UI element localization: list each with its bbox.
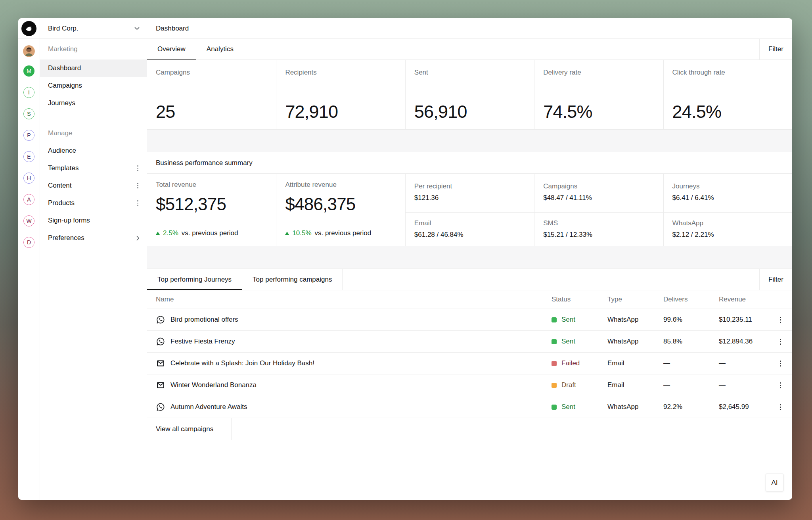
card-value: $512,375 bbox=[156, 194, 267, 214]
kebab-menu-icon[interactable] bbox=[136, 199, 140, 207]
sidebar-item-dashboard[interactable]: Dashboard bbox=[40, 59, 147, 77]
row-kebab-menu[interactable] bbox=[777, 403, 783, 412]
sidebar-item-preferences[interactable]: Preferences bbox=[40, 229, 147, 247]
metric-email: Email $61.28 / 46.84% bbox=[405, 212, 534, 246]
row-kebab-menu[interactable] bbox=[777, 359, 783, 368]
sidebar-item-products[interactable]: Products bbox=[40, 194, 147, 212]
rail-badge-a[interactable]: A bbox=[23, 194, 34, 205]
metric-value: $15.21 / 12.33% bbox=[543, 231, 654, 239]
sidebar-item-audience[interactable]: Audience bbox=[40, 142, 147, 159]
sidebar-item-content[interactable]: Content bbox=[40, 177, 147, 194]
stat-sent: Sent 56,910 bbox=[405, 60, 534, 129]
status-text: Failed bbox=[561, 359, 580, 367]
delta-percent: 10.5% bbox=[292, 229, 311, 237]
sidebar-item-campaigns[interactable]: Campaigns bbox=[40, 77, 147, 94]
table-row[interactable]: Bird promotional offers Sent WhatsApp 99… bbox=[147, 309, 792, 331]
status-badge: Failed bbox=[552, 359, 607, 367]
rail-badge-e[interactable]: E bbox=[23, 151, 34, 162]
tab-overview[interactable]: Overview bbox=[147, 39, 196, 59]
tab-analytics[interactable]: Analytics bbox=[196, 39, 244, 59]
row-delivers: 85.8% bbox=[663, 338, 719, 345]
metric-per-recipient: Per recipient $121.36 bbox=[405, 174, 534, 212]
status-dot bbox=[552, 317, 557, 322]
metric-campaigns: Campaigns $48.47 / 41.11% bbox=[534, 174, 663, 212]
metric-label: Campaigns bbox=[543, 182, 654, 190]
metric-label: Email bbox=[414, 219, 525, 227]
row-delivers: — bbox=[663, 359, 719, 367]
table-row[interactable]: Winter Wonderland Bonanza Draft Email — … bbox=[147, 374, 792, 396]
kpi-stats: Campaigns 25 Recipients 72,910 Sent 56,9… bbox=[147, 60, 792, 129]
status-badge: Sent bbox=[552, 403, 607, 411]
delta-percent: 2.5% bbox=[163, 229, 178, 237]
business-summary: Total revenue $512,375 2.5% vs. previous… bbox=[147, 174, 792, 246]
sidebar-section-marketing: Marketing bbox=[40, 39, 147, 59]
table-row[interactable]: Festive Fiesta Frenzy Sent WhatsApp 85.8… bbox=[147, 331, 792, 353]
main-content: Overview Analytics Filter Campaigns 25 R… bbox=[147, 39, 792, 500]
chevron-down-icon bbox=[134, 27, 140, 30]
status-text: Draft bbox=[561, 381, 576, 389]
rail-badge-h[interactable]: H bbox=[23, 173, 34, 184]
sidebar-item-templates[interactable]: Templates bbox=[40, 159, 147, 177]
card-label: Attribute revenue bbox=[285, 181, 396, 189]
sidebar-item-label: Campaigns bbox=[48, 82, 82, 90]
row-type: Email bbox=[607, 381, 663, 389]
stat-value: 56,910 bbox=[414, 102, 525, 122]
card-value: $486,375 bbox=[285, 194, 396, 214]
table-row[interactable]: Celebrate with a Splash: Join Our Holida… bbox=[147, 353, 792, 374]
col-name: Name bbox=[156, 295, 552, 303]
metric-journeys: Journeys $6.41 / 6.41% bbox=[663, 174, 792, 212]
status-badge: Sent bbox=[552, 316, 607, 324]
stat-delivery-rate: Delivery rate 74.5% bbox=[534, 60, 663, 129]
table-filter-button[interactable]: Filter bbox=[759, 269, 792, 290]
status-dot bbox=[552, 361, 557, 366]
row-name: Celebrate with a Splash: Join Our Holida… bbox=[170, 359, 314, 367]
card-delta: 10.5% vs. previous period bbox=[285, 229, 396, 237]
status-badge: Sent bbox=[552, 338, 607, 345]
metric-value: $6.41 / 6.41% bbox=[672, 194, 783, 202]
rail-badge-s[interactable]: S bbox=[23, 108, 34, 119]
tab-top-campaigns[interactable]: Top performing campaigns bbox=[242, 269, 343, 290]
kebab-menu-icon[interactable] bbox=[136, 181, 140, 190]
user-avatar[interactable] bbox=[23, 45, 35, 57]
card-label: Total revenue bbox=[156, 181, 267, 189]
metric-value: $121.36 bbox=[414, 194, 525, 202]
overview-tabbar: Overview Analytics Filter bbox=[147, 39, 792, 60]
sidebar-item-journeys[interactable]: Journeys bbox=[40, 94, 147, 112]
stat-campaigns: Campaigns 25 bbox=[147, 60, 276, 129]
rail-badge-i[interactable]: I bbox=[23, 87, 34, 98]
stat-recipients: Recipients 72,910 bbox=[276, 60, 405, 129]
rail-badge-d[interactable]: D bbox=[23, 237, 34, 248]
ai-assistant-button[interactable]: AI bbox=[766, 474, 783, 491]
summary-title: Business performance summary bbox=[147, 152, 792, 174]
row-kebab-menu[interactable] bbox=[777, 315, 783, 324]
rail-badge-m[interactable]: M bbox=[23, 65, 34, 77]
rail-badge-p[interactable]: P bbox=[23, 130, 34, 141]
stat-label: Click through rate bbox=[672, 69, 783, 77]
table-row[interactable]: Autumn Adventure Awaits Sent WhatsApp 92… bbox=[147, 396, 792, 418]
metric-label: SMS bbox=[543, 219, 654, 227]
tab-top-journeys[interactable]: Top performing Journeys bbox=[147, 269, 242, 290]
status-text: Sent bbox=[561, 403, 575, 411]
workspace-switcher[interactable]: Bird Corp. bbox=[40, 18, 147, 39]
sidebar-item-signup-forms[interactable]: Sign-up forms bbox=[40, 212, 147, 229]
view-all-campaigns-button[interactable]: View all campaigns bbox=[147, 418, 232, 440]
sidebar-item-label: Products bbox=[48, 199, 75, 207]
filter-button[interactable]: Filter bbox=[759, 39, 792, 59]
metric-value: $48.47 / 41.11% bbox=[543, 194, 654, 202]
page-header: Dashboard bbox=[147, 18, 792, 39]
logo-cell bbox=[18, 18, 40, 39]
bird-logo-icon bbox=[24, 24, 34, 33]
top-performing-tabbar: Top performing Journeys Top performing c… bbox=[147, 269, 792, 290]
row-kebab-menu[interactable] bbox=[777, 337, 783, 346]
row-revenue: — bbox=[719, 381, 777, 389]
kebab-menu-icon[interactable] bbox=[136, 164, 140, 172]
status-text: Sent bbox=[561, 316, 575, 324]
stat-value: 74.5% bbox=[543, 102, 654, 122]
row-name: Bird promotional offers bbox=[170, 316, 238, 324]
stat-value: 72,910 bbox=[285, 102, 396, 122]
bird-logo[interactable] bbox=[21, 21, 36, 36]
metric-value: $61.28 / 46.84% bbox=[414, 231, 525, 239]
rail-badge-w[interactable]: W bbox=[23, 215, 34, 226]
row-delivers: — bbox=[663, 381, 719, 389]
row-kebab-menu[interactable] bbox=[777, 381, 783, 390]
